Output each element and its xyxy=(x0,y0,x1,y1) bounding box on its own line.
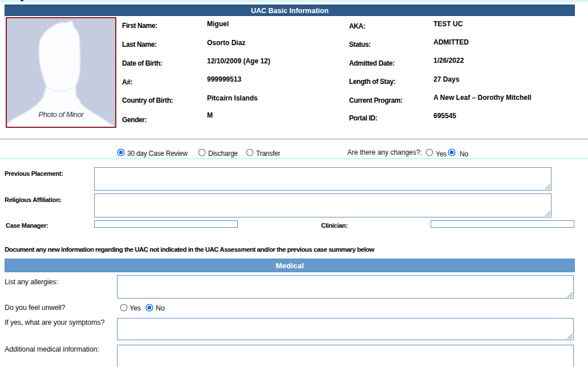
svg-text:Photo of Minor: Photo of Minor xyxy=(39,110,84,119)
